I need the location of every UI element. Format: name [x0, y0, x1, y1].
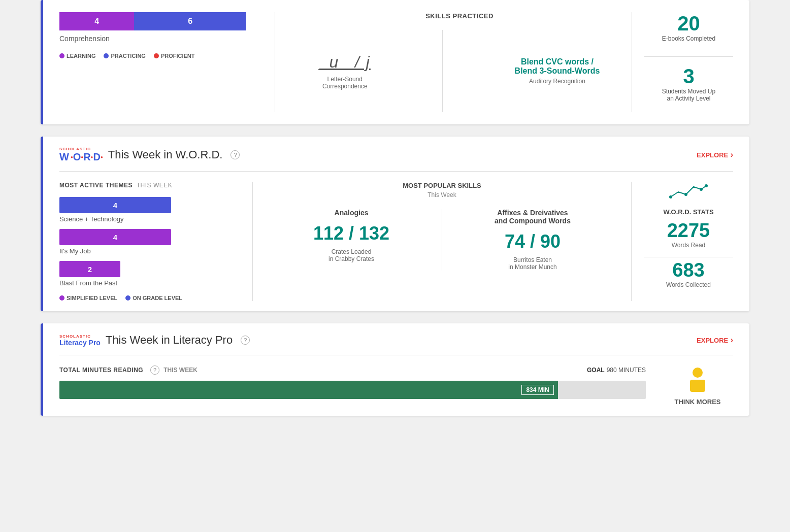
- skill1-fraction: 112 / 132: [269, 223, 434, 244]
- learning-dot: [59, 53, 64, 58]
- word-card-body: MOST ACTIVE THEMES THIS WEEK 4 Science +…: [59, 182, 733, 301]
- sparkline-area: [668, 182, 709, 204]
- think-mores-icon-area: [662, 365, 733, 398]
- skill-col-analogies: Analogies 112 / 132 Crates Loaded in Cra…: [269, 209, 434, 271]
- skill2-label: Auditory Recognition: [515, 78, 600, 85]
- theme-row-2: 4 It's My Job: [59, 229, 240, 255]
- word-logo-area: SCHOLASTIC W ● O ● R ● D ● This Week in …: [59, 147, 240, 163]
- goal-label-row: GOAL 980 MINUTES: [587, 367, 646, 374]
- top-card: 4 6 Comprehension LEARNING PRACTICING: [41, 0, 749, 124]
- legend-on-grade: ON GRADE LEVEL: [125, 295, 182, 301]
- word-card-header: SCHOLASTIC W ● O ● R ● D ● This Week in …: [59, 147, 733, 163]
- themes-section-title: MOST ACTIVE THEMES THIS WEEK: [59, 182, 240, 189]
- word-dot4: ●: [101, 155, 103, 159]
- legend-learning: LEARNING: [59, 53, 95, 59]
- skill2-title: Blend CVC words /Blend 3-Sound-Words: [515, 57, 600, 76]
- word-card-title: This Week in W.O.R.D.: [108, 148, 223, 161]
- word-logo: SCHOLASTIC W ● O ● R ● D ●: [59, 147, 103, 163]
- divider-skill-mid: [442, 30, 443, 112]
- svg-point-2: [700, 188, 703, 191]
- skill-letter-sound: _u_ / j Letter-SoundCorrespondence: [319, 53, 371, 90]
- top-card-right: 20 E-books Completed 3 Students Moved Up…: [632, 12, 733, 112]
- ebooks-label: E-books Completed: [644, 35, 733, 42]
- svg-point-1: [684, 193, 687, 196]
- word-stats-section: W.O.R.D. STATS 2275 Words Read 683 Words…: [632, 182, 733, 301]
- skills-row: _u_ / j Letter-SoundCorrespondence Blend…: [287, 30, 632, 112]
- skill2-sub2: in Monster Munch: [450, 263, 615, 271]
- literacy-logo-area: SCHOLASTIC Literacy Pro This Week in Lit…: [59, 334, 250, 347]
- literacy-content-row: TOTAL MINUTES READING ? THIS WEEK GOAL 9…: [59, 365, 733, 406]
- literacy-card-header: SCHOLASTIC Literacy Pro This Week in Lit…: [59, 334, 733, 347]
- legend-practicing: PRACTICING: [104, 53, 145, 59]
- stat-divider: [644, 56, 733, 57]
- word-scholastic-text: SCHOLASTIC: [59, 147, 91, 151]
- comprehension-label: Comprehension: [59, 35, 246, 43]
- theme-row-3: 2 Blast From the Past: [59, 261, 240, 287]
- minutes-help-icon[interactable]: ?: [150, 365, 159, 375]
- bar-blue: 6: [134, 12, 246, 30]
- skill1-name: Analogies: [269, 209, 434, 217]
- ebooks-number: 20: [644, 12, 733, 35]
- practicing-dot: [104, 53, 109, 58]
- popular-skills-section: MOST POPULAR SKILLS This Week Analogies …: [252, 182, 632, 301]
- students-number: 3: [644, 65, 733, 88]
- word-logo-o: O: [73, 151, 81, 163]
- theme-row-1: 4 Science + Technology: [59, 197, 240, 223]
- progress-bar-fill: 834 MIN: [59, 381, 558, 399]
- word-logo-d: D: [93, 151, 100, 163]
- theme-bar-science: 4: [59, 197, 171, 213]
- on-grade-dot: [125, 295, 130, 301]
- literacy-explore-link[interactable]: EXPLORE: [697, 336, 733, 345]
- skill-col-divider: [442, 209, 442, 271]
- learning-label: LEARNING: [67, 53, 95, 59]
- word-logo-r: R: [83, 151, 90, 163]
- literacy-logo-block: SCHOLASTIC Literacy Pro: [59, 334, 101, 347]
- skill1-text: _u_ / j: [319, 53, 371, 72]
- skills-title: SKILLS PRACTICED: [287, 12, 632, 20]
- progress-bar: 834 MIN: [59, 381, 646, 399]
- words-collected-number: 683: [672, 259, 704, 281]
- bar-purple: 4: [59, 12, 134, 30]
- word-explore-link[interactable]: EXPLORE: [697, 150, 733, 159]
- think-mores-icon: [685, 365, 710, 396]
- word-logo-letters: W: [59, 151, 71, 163]
- sparkline-chart: [668, 182, 709, 202]
- word-help-icon[interactable]: ?: [231, 150, 240, 159]
- progress-label: 834 MIN: [521, 385, 553, 395]
- goal-value: 980 MINUTES: [607, 367, 646, 374]
- word-card-divider: [59, 171, 733, 172]
- skill2-fraction: 74 / 90: [450, 231, 615, 252]
- popular-title: MOST POPULAR SKILLS: [269, 182, 615, 189]
- literacy-card-title: This Week in Literacy Pro: [106, 334, 233, 347]
- legend-simplified: SIMPLIFIED LEVEL: [59, 295, 117, 301]
- students-label: Students Moved Upan Activity Level: [644, 88, 733, 102]
- words-read-number: 2275: [667, 220, 710, 242]
- literacy-card-divider: [59, 355, 733, 355]
- literacy-left: TOTAL MINUTES READING ? THIS WEEK GOAL 9…: [59, 365, 646, 399]
- skill2-name: Affixes & Dreivativesand Compound Words: [450, 209, 615, 225]
- simplified-dot: [59, 295, 64, 301]
- literacy-help-icon[interactable]: ?: [241, 336, 250, 345]
- popular-subtitle: This Week: [269, 191, 615, 198]
- minutes-header-row: TOTAL MINUTES READING ? THIS WEEK GOAL 9…: [59, 365, 646, 375]
- proficient-label: PROFICIENT: [161, 53, 195, 59]
- literacy-card-left-bar: [41, 323, 43, 416]
- word-stats-title: W.O.R.D. STATS: [663, 208, 713, 216]
- word-card: SCHOLASTIC W ● O ● R ● D ● This Week in …: [41, 137, 749, 311]
- words-collected-label: Words Collected: [666, 281, 711, 288]
- top-card-left: 4 6 Comprehension LEARNING PRACTICING: [59, 12, 262, 112]
- themes-section: MOST ACTIVE THEMES THIS WEEK 4 Science +…: [59, 182, 252, 301]
- practicing-label: PRACTICING: [111, 53, 145, 59]
- divider-skills: [275, 12, 275, 112]
- popular-skills-row: Analogies 112 / 132 Crates Loaded in Cra…: [269, 209, 615, 271]
- goal-label: GOAL: [587, 367, 605, 374]
- themes-this-week: THIS WEEK: [137, 182, 173, 189]
- theme-label-job: It's My Job: [59, 247, 240, 255]
- literacy-right: THINK MORES: [662, 365, 733, 406]
- comprehension-bar: 4 6: [59, 12, 246, 30]
- skill1-sub2: in Crabby Crates: [269, 255, 434, 262]
- minutes-title: TOTAL MINUTES READING: [59, 367, 143, 374]
- legend-proficient: PROFICIENT: [154, 53, 195, 59]
- skill-col-affixes: Affixes & Dreivativesand Compound Words …: [450, 209, 615, 271]
- svg-point-4: [693, 368, 703, 378]
